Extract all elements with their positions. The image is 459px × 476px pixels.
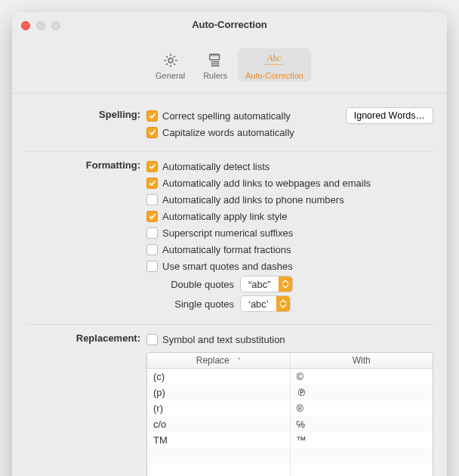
- cell-with: ®: [291, 400, 433, 416]
- select-value: ‘abc’: [241, 298, 276, 310]
- checkbox-row: Automatically format fractions: [146, 241, 433, 258]
- cell-with: [291, 448, 433, 463]
- checkbox-label: Use smart quotes and dashes: [162, 261, 293, 272]
- content: Spelling: Correct spelling automatically…: [12, 94, 447, 476]
- section-heading: Spelling:: [26, 107, 146, 120]
- section-spelling: Spelling: Correct spelling automatically…: [26, 101, 433, 151]
- cell-with: ℅: [291, 416, 433, 432]
- section-replacement: Replacement: Symbol and text substitutio…: [26, 324, 433, 476]
- double-quotes-select[interactable]: “abc”: [240, 276, 293, 292]
- cell-replace: TM: [147, 432, 291, 448]
- svg-point-0: [168, 58, 173, 63]
- table-row[interactable]: TM™: [147, 432, 433, 448]
- checkbox[interactable]: [146, 211, 158, 222]
- replacement-table: Replace ˄ With (c)©(p)℗(r)®c/o℅TM™: [146, 352, 433, 476]
- window-controls: [21, 21, 60, 30]
- checkbox[interactable]: [146, 127, 158, 138]
- checkbox-label: Capitalize words automatically: [162, 127, 294, 138]
- zoom-icon[interactable]: [51, 21, 60, 30]
- gear-icon: [162, 51, 179, 70]
- checkbox-row: Use smart quotes and dashes: [146, 258, 433, 274]
- minimize-icon[interactable]: [36, 21, 45, 30]
- checkbox-label: Automatically detect lists: [162, 161, 270, 172]
- checkbox-row: Superscript numerical suffixes: [146, 224, 433, 241]
- checkbox-label: Correct spelling automatically: [162, 110, 291, 122]
- checkbox-row: Automatically apply link style: [146, 208, 433, 224]
- cell-replace: [147, 448, 291, 463]
- stepper-arrows-icon: [279, 277, 292, 292]
- checkbox-row: Symbol and text substitution: [146, 331, 433, 348]
- table-header: Replace ˄ With: [147, 353, 433, 369]
- checkbox-label: Symbol and text substitution: [162, 334, 285, 345]
- checkbox-row: Capitalize words automatically: [146, 124, 433, 141]
- single-quotes-row: Single quotes ‘abc’: [162, 294, 433, 314]
- table-row[interactable]: c/o℅: [147, 416, 433, 432]
- cell-with: ™: [291, 432, 433, 448]
- tab-label: Rulers: [203, 71, 227, 80]
- column-header-with[interactable]: With: [291, 353, 433, 368]
- table-row[interactable]: (r)®: [147, 400, 433, 416]
- abc-icon: Abc: [261, 51, 287, 70]
- checkbox[interactable]: [146, 110, 158, 122]
- window-title: Auto-Correction: [12, 12, 447, 35]
- tab-label: Auto-Correction: [245, 71, 303, 80]
- cell-replace: [147, 463, 291, 476]
- checkbox-label: Automatically add links to phone numbers: [162, 194, 344, 206]
- checkbox-label: Superscript numerical suffixes: [162, 227, 293, 239]
- checkbox-label: Automatically format fractions: [162, 244, 291, 255]
- checkbox-label: Automatically add links to webpages and …: [162, 178, 371, 189]
- toolbar: General Rulers Abc Auto-Correction: [12, 47, 447, 94]
- tab-auto-correction[interactable]: Abc Auto-Correction: [238, 48, 311, 82]
- ruler-icon: [207, 51, 223, 70]
- checkbox[interactable]: [146, 178, 158, 189]
- table-row[interactable]: [147, 448, 433, 463]
- column-header-replace[interactable]: Replace ˄: [147, 353, 291, 368]
- checkbox-row: Automatically add links to phone numbers: [146, 191, 433, 208]
- double-quotes-row: Double quotes “abc”: [162, 274, 433, 294]
- single-quotes-label: Single quotes: [162, 298, 234, 310]
- single-quotes-select[interactable]: ‘abc’: [240, 295, 291, 312]
- checkbox[interactable]: [146, 261, 158, 272]
- titlebar: Auto-Correction: [12, 12, 447, 47]
- table-row[interactable]: (p)℗: [147, 385, 433, 400]
- section-heading: Formatting:: [26, 158, 146, 171]
- checkbox[interactable]: [146, 161, 158, 172]
- checkbox-label: Automatically apply link style: [162, 211, 287, 222]
- table-row[interactable]: (c)©: [147, 369, 433, 385]
- cell-replace: (c): [147, 369, 291, 385]
- tab-general[interactable]: General: [148, 48, 193, 82]
- cell-replace: (r): [147, 400, 291, 416]
- checkbox[interactable]: [146, 334, 158, 345]
- sort-asc-icon: ˄: [237, 357, 241, 365]
- svg-text:Abc: Abc: [266, 54, 282, 63]
- stepper-arrows-icon: [276, 296, 290, 311]
- close-icon[interactable]: [21, 21, 30, 30]
- checkbox[interactable]: [146, 227, 158, 239]
- checkbox-row: Automatically detect lists: [146, 158, 433, 175]
- checkbox[interactable]: [146, 244, 158, 255]
- cell-with: ©: [291, 369, 433, 385]
- cell-with: [291, 463, 433, 476]
- section-formatting: Formatting: Automatically detect listsAu…: [26, 151, 433, 324]
- select-value: “abc”: [241, 279, 279, 290]
- cell-with: ℗: [291, 385, 433, 400]
- cell-replace: c/o: [147, 416, 291, 432]
- ignored-words-button[interactable]: Ignored Words…: [346, 107, 433, 124]
- cell-replace: (p): [147, 385, 291, 400]
- table-row[interactable]: [147, 463, 433, 476]
- checkbox[interactable]: [146, 194, 158, 206]
- double-quotes-label: Double quotes: [162, 279, 234, 290]
- checkbox-row: Automatically add links to webpages and …: [146, 175, 433, 191]
- tab-rulers[interactable]: Rulers: [196, 48, 235, 82]
- tab-label: General: [156, 71, 185, 80]
- preferences-window: Auto-Correction General Rulers Abc: [12, 12, 447, 476]
- section-heading: Replacement:: [26, 331, 146, 344]
